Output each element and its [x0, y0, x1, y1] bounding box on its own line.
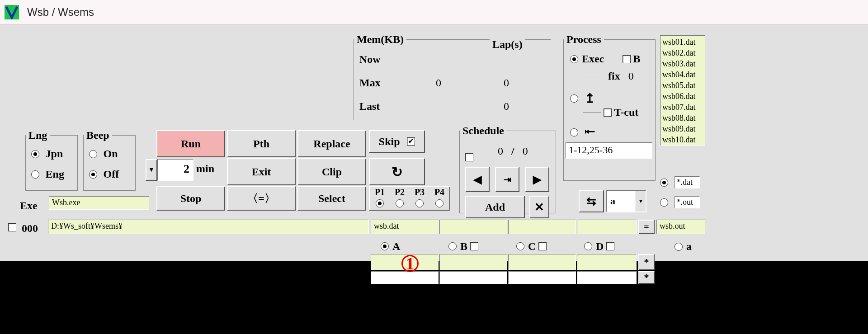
radio-ext-out[interactable]: *.out: [660, 196, 700, 208]
beep-group: Beep On Off: [83, 129, 136, 191]
radio-rewind[interactable]: ⭰: [570, 126, 595, 139]
skip-checkbox: [407, 137, 415, 146]
radio-jpn[interactable]: Jpn: [31, 148, 72, 160]
radio-col-d[interactable]: D: [584, 240, 652, 253]
spin-value[interactable]: 2: [157, 159, 193, 181]
file-list-item[interactable]: wsb06.dat: [662, 91, 703, 102]
row000-cell-c[interactable]: [508, 220, 576, 234]
file-list-item[interactable]: wsb03.dat: [662, 58, 703, 69]
beep-legend: Beep: [84, 129, 112, 141]
star-button-1[interactable]: *: [638, 254, 655, 270]
skip-toggle[interactable]: Skip: [369, 130, 425, 153]
chevron-down-icon: ▼: [636, 191, 646, 212]
checkbox-tcut[interactable]: T-cut: [604, 106, 638, 118]
col-checkbox-b[interactable]: [470, 242, 478, 250]
star-button-2[interactable]: *: [638, 271, 655, 284]
row000-dat-input[interactable]: wsb.dat: [371, 220, 439, 234]
row000-path-input[interactable]: D:¥Ws_soft¥Wsems¥: [48, 220, 369, 234]
checkbox-b[interactable]: B: [623, 53, 641, 65]
file-list-item[interactable]: wsb09.dat: [662, 123, 703, 134]
exe-input[interactable]: Wsb.exe: [49, 196, 149, 210]
cell-a2[interactable]: [371, 271, 439, 284]
schedule-add-button[interactable]: Add: [465, 196, 525, 218]
row000-cell-b[interactable]: [439, 220, 507, 234]
cell-c1[interactable]: [508, 254, 576, 270]
p-option-p2[interactable]: P2: [390, 187, 410, 210]
radio-col-a[interactable]: A: [381, 240, 448, 253]
file-list-item[interactable]: wsb05.dat: [662, 80, 703, 91]
row000-cell-d[interactable]: [577, 220, 637, 234]
mem-legend: Mem(KB): [354, 33, 406, 46]
stop-button[interactable]: Stop: [156, 186, 225, 211]
titlebar: Wsb / Wsems: [0, 0, 868, 24]
radio-col-b[interactable]: B: [448, 240, 516, 253]
process-group: Process Exec B fix 0 ↥ T-cut ⭰ 1-12,25-3…: [563, 33, 656, 181]
col-checkbox-c[interactable]: [538, 242, 547, 250]
reload-button[interactable]: ↻: [369, 158, 425, 185]
run-button[interactable]: Run: [156, 130, 225, 157]
lap-value: 0: [472, 77, 540, 89]
radio-beep-off[interactable]: Off: [89, 168, 130, 180]
radio-dot-off: [89, 170, 97, 179]
spin-dropdown-button[interactable]: ▼: [146, 159, 157, 181]
file-list-item[interactable]: wsb01.dat: [662, 37, 703, 47]
row000-checkbox[interactable]: [8, 223, 16, 231]
cell-a1[interactable]: [371, 254, 439, 270]
radio-a-lower[interactable]: a: [675, 240, 692, 253]
window-title: Wsb / Wsems: [27, 6, 94, 19]
lng-group: Lng Jpn Eng: [25, 129, 78, 191]
schedule-total: 0: [523, 145, 528, 157]
cell-c2[interactable]: [508, 271, 576, 284]
radio-eng[interactable]: Eng: [31, 168, 72, 180]
exit-button[interactable]: Exit: [227, 158, 296, 185]
row000-out-input[interactable]: wsb.out: [656, 220, 705, 234]
p-option-p1[interactable]: P1: [370, 187, 390, 210]
radio-dot-jpn: [31, 150, 39, 158]
process-combo[interactable]: a ▼: [606, 190, 646, 212]
mem-row-label: Now: [359, 53, 405, 66]
cell-b2[interactable]: [439, 271, 507, 284]
radio-beep-on[interactable]: On: [89, 148, 130, 160]
schedule-prev-button[interactable]: ◀: [465, 167, 490, 192]
process-legend: Process: [564, 33, 604, 46]
schedule-next-button[interactable]: ▶: [525, 167, 549, 192]
lng-legend: Lng: [26, 129, 50, 141]
clip-button[interactable]: Clip: [297, 158, 366, 185]
file-list-item[interactable]: wsb02.dat: [662, 47, 703, 58]
select-button[interactable]: Select: [297, 186, 366, 211]
swap-button[interactable]: 〈=〉: [227, 186, 296, 211]
cell-b1[interactable]: [439, 254, 507, 270]
row000-number: 000: [22, 222, 38, 235]
radio-col-c[interactable]: C: [516, 240, 584, 253]
radio-dot-on: [89, 150, 97, 158]
file-list[interactable]: wsb01.datwsb02.datwsb03.datwsb04.datwsb0…: [660, 35, 705, 146]
file-list-item[interactable]: wsb04.dat: [662, 69, 703, 80]
schedule-mid-button[interactable]: ⇥: [495, 167, 519, 192]
process-range-input[interactable]: 1-12,25-36: [566, 142, 652, 159]
replace-button[interactable]: Replace: [297, 130, 366, 157]
p-option-p4[interactable]: P4: [429, 187, 449, 210]
col-checkbox-d[interactable]: [606, 242, 614, 250]
abcd-radio-row: AB C D: [381, 240, 652, 253]
schedule-legend: Schedule: [460, 125, 507, 137]
row000-eq-button[interactable]: =: [638, 220, 655, 234]
lap-legend: Lap(s): [490, 38, 525, 51]
file-list-item[interactable]: wsb08.dat: [662, 113, 703, 123]
pth-button[interactable]: Pth: [227, 130, 296, 157]
fix-label: fix: [608, 70, 620, 82]
spin-unit: min: [196, 163, 214, 175]
radio-exec[interactable]: Exec: [570, 53, 604, 65]
schedule-checkbox[interactable]: [465, 153, 473, 161]
file-list-item[interactable]: wsb10.dat: [662, 134, 703, 145]
p-option-p3[interactable]: P3: [410, 187, 429, 210]
p-group: P1P2P3P4: [369, 186, 450, 211]
cell-d2[interactable]: [577, 271, 637, 284]
lap-value: 0: [472, 100, 540, 113]
process-swap-button[interactable]: ⇆: [579, 190, 604, 212]
file-list-item[interactable]: wsb07.dat: [662, 102, 703, 113]
schedule-close-button[interactable]: ✕: [529, 196, 549, 218]
radio-ext-dat[interactable]: *.dat: [660, 176, 700, 188]
mem-value: 0: [405, 77, 472, 89]
cell-d1[interactable]: [577, 254, 637, 270]
mem-row-label: Last: [359, 100, 405, 113]
